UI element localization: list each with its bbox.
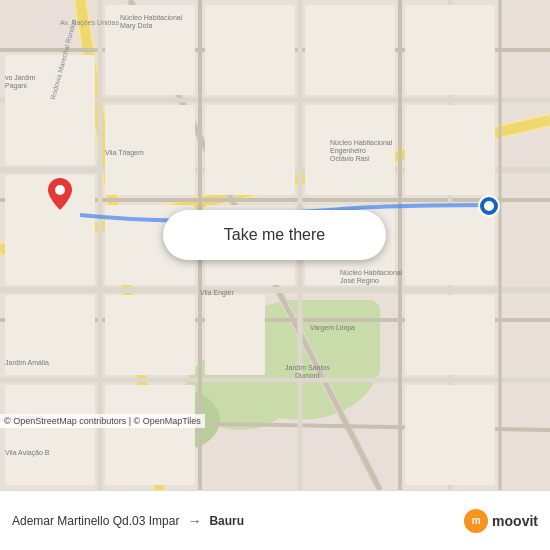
svg-rect-28 xyxy=(405,5,495,95)
svg-point-67 xyxy=(484,201,494,211)
origin-label: Ademar Martinello Qd.03 Impar xyxy=(12,514,179,528)
svg-text:Núcleo Habitacional: Núcleo Habitacional xyxy=(340,269,403,276)
svg-rect-44 xyxy=(105,385,195,485)
svg-text:José Regino: José Regino xyxy=(340,277,379,285)
route-info: Ademar Martinello Qd.03 Impar → Bauru xyxy=(12,513,464,529)
svg-rect-29 xyxy=(5,55,95,165)
svg-text:Pagani: Pagani xyxy=(5,82,27,90)
svg-rect-42 xyxy=(405,295,495,375)
moovit-icon: m xyxy=(464,509,488,533)
svg-text:Vila Engler: Vila Engler xyxy=(200,289,234,297)
origin-marker xyxy=(48,178,72,214)
svg-rect-26 xyxy=(205,5,295,95)
moovit-name: moovit xyxy=(492,513,538,529)
svg-rect-40 xyxy=(105,295,195,375)
map-attribution: © OpenStreetMap contributors | © OpenMap… xyxy=(0,414,205,428)
svg-text:Vila Aviação B: Vila Aviação B xyxy=(5,449,50,457)
destination-marker xyxy=(478,195,500,221)
svg-text:Octávio Rasi: Octávio Rasi xyxy=(330,155,370,162)
destination-label: Bauru xyxy=(209,514,244,528)
svg-rect-27 xyxy=(305,5,395,95)
moovit-logo: m moovit xyxy=(464,509,538,533)
svg-text:Jardim Santos: Jardim Santos xyxy=(285,364,330,371)
svg-text:Engenheiro: Engenheiro xyxy=(330,147,366,155)
map-container: Rodovia Marechal Rondon Av. Naçöes Unida… xyxy=(0,0,550,490)
svg-text:Vargem Limpa: Vargem Limpa xyxy=(310,324,355,332)
svg-text:Vila Triagem: Vila Triagem xyxy=(105,149,144,157)
svg-text:vo Jardim: vo Jardim xyxy=(5,74,36,81)
svg-text:Jardim Amália: Jardim Amália xyxy=(5,359,49,366)
take-me-there-button[interactable]: Take me there xyxy=(163,210,386,260)
svg-text:Mary Dota: Mary Dota xyxy=(120,22,152,30)
bottom-bar: Ademar Martinello Qd.03 Impar → Bauru m … xyxy=(0,490,550,550)
svg-point-65 xyxy=(55,185,65,195)
svg-rect-45 xyxy=(405,385,495,485)
svg-text:Núcleo Habitacional: Núcleo Habitacional xyxy=(120,14,183,21)
svg-rect-31 xyxy=(205,105,295,195)
svg-rect-41 xyxy=(205,295,265,375)
svg-text:Núcleo Habitacional: Núcleo Habitacional xyxy=(330,139,393,146)
svg-text:Av. Naçöes Unidas: Av. Naçöes Unidas xyxy=(60,19,119,27)
svg-rect-43 xyxy=(5,385,95,485)
svg-text:Dumont: Dumont xyxy=(295,372,320,379)
arrow-icon: → xyxy=(187,513,201,529)
svg-rect-33 xyxy=(405,105,495,195)
